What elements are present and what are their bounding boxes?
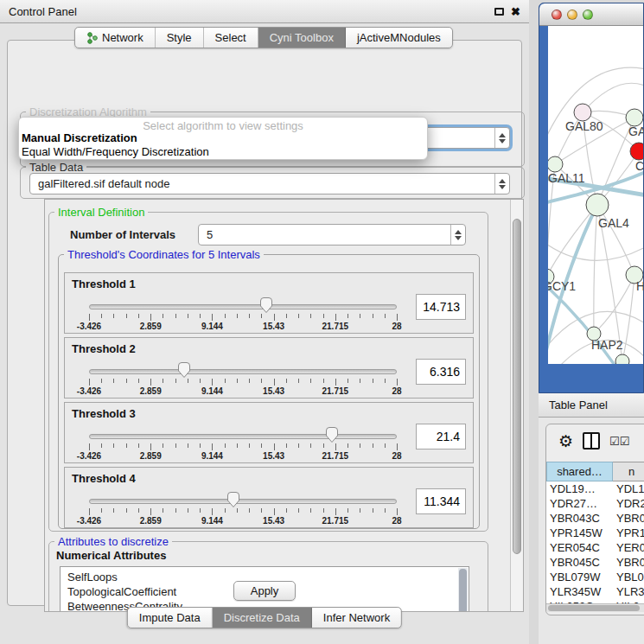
- tick-mark: [138, 379, 139, 383]
- network-icon: [86, 32, 98, 44]
- float-window-icon[interactable]: [494, 8, 504, 16]
- apply-button[interactable]: Apply: [233, 581, 296, 601]
- gear-icon[interactable]: ⚙: [558, 433, 573, 450]
- table-panel-titlebar: Table Panel: [539, 393, 644, 418]
- table-row[interactable]: YPR145WYPR1: [546, 526, 644, 540]
- column-header-shared-name[interactable]: shared…: [546, 462, 613, 481]
- network-node-c[interactable]: [630, 143, 644, 160]
- tick-mark: [89, 443, 90, 450]
- network-node-gal11[interactable]: [548, 156, 563, 172]
- tab-label: Network: [102, 31, 143, 44]
- slider-thumb[interactable]: [226, 491, 240, 508]
- tick-mark: [360, 379, 360, 383]
- main-vertical-scrollbar[interactable]: [510, 200, 523, 611]
- node-label: HAP2: [591, 338, 623, 352]
- name-cell: YBR0: [613, 511, 644, 526]
- table-row[interactable]: YER054CYER0: [546, 540, 644, 555]
- tick-mark: [225, 314, 226, 318]
- interval-definition-group: Interval Definition Number of Intervals …: [48, 212, 488, 532]
- threshold-slider[interactable]: -3.4262.8599.14415.4321.71528: [89, 359, 397, 397]
- tab-infer-network[interactable]: Infer Network: [312, 608, 401, 628]
- network-node[interactable]: [615, 354, 629, 364]
- table-horizontal-scrollbar[interactable]: [546, 603, 644, 612]
- threshold-value-field[interactable]: 21.4: [416, 424, 466, 450]
- num-intervals-label: Number of Intervals: [70, 228, 175, 241]
- tick-label: 2.859: [140, 516, 162, 526]
- tab-network[interactable]: Network: [75, 28, 156, 48]
- threshold-value-field[interactable]: 11.344: [416, 488, 466, 514]
- table-header-row: shared… n: [546, 462, 644, 481]
- threshold-slider[interactable]: -3.4262.8599.14415.4321.71528: [89, 294, 397, 332]
- tab-select[interactable]: Select: [204, 28, 258, 48]
- tick-label: 28: [392, 322, 401, 331]
- network-edge: [583, 83, 644, 112]
- slider-thumb[interactable]: [177, 361, 191, 379]
- name-cell: YPR1: [613, 526, 644, 540]
- node-label: GAL11: [548, 171, 585, 185]
- tick-mark: [101, 508, 102, 513]
- tick-mark: [150, 314, 151, 321]
- tick-mark: [237, 314, 238, 318]
- slider-thumb[interactable]: [325, 426, 339, 443]
- bottom-tab-bar: Impute DataDiscretize DataInfer Network: [127, 607, 402, 628]
- tick-label: 15.43: [263, 322, 284, 331]
- table-row[interactable]: YBL079WYBL0: [546, 570, 644, 584]
- slider-track[interactable]: [89, 369, 397, 374]
- tab-style[interactable]: Style: [156, 28, 204, 48]
- threshold-value-field[interactable]: 6.316: [416, 359, 466, 385]
- combo-stepper-icon[interactable]: [494, 174, 509, 194]
- tick-mark: [274, 508, 275, 515]
- tick-mark: [385, 508, 386, 513]
- zoom-traffic-light-icon[interactable]: [583, 10, 593, 20]
- slider-thumb[interactable]: [259, 296, 273, 314]
- threshold-slider[interactable]: -3.4262.8599.14415.4321.71528: [89, 488, 397, 526]
- slider-track[interactable]: [89, 434, 397, 439]
- threshold-slider[interactable]: -3.4262.8599.14415.4321.71528: [89, 424, 397, 462]
- network-node-gal4[interactable]: [586, 194, 609, 216]
- columns-icon[interactable]: [583, 432, 600, 450]
- network-node-ga[interactable]: [626, 109, 643, 126]
- table-row[interactable]: YDL19…YDL1: [546, 481, 644, 496]
- node-label: GCY1: [548, 279, 576, 293]
- table-row[interactable]: YDR27…YDR2: [546, 496, 644, 511]
- threshold-value-field[interactable]: 14.713: [416, 294, 466, 320]
- slider-track[interactable]: [89, 499, 397, 504]
- network-window-titlebar: [539, 3, 643, 26]
- tick-mark: [200, 314, 201, 318]
- table-row[interactable]: YLR345WYLR3: [546, 584, 644, 599]
- tab-discretize-data[interactable]: Discretize Data: [213, 608, 312, 628]
- table-row[interactable]: YBR043CYBR0: [546, 511, 644, 526]
- tick-mark: [323, 443, 324, 448]
- node-label: GA: [628, 124, 644, 138]
- tab-cyni-toolbox[interactable]: Cyni Toolbox: [258, 28, 346, 48]
- network-view-window[interactable]: GAL80GACGAL11GAL4GCY1HHAP2: [539, 3, 644, 393]
- attr-list-scrollbar[interactable]: [458, 568, 468, 612]
- tick-mark: [89, 314, 90, 321]
- algorithm-option-manual[interactable]: Manual Discretization: [19, 131, 427, 145]
- tick-mark: [163, 443, 163, 448]
- top-tab-bar: NetworkStyleSelectCyni ToolboxjActiveMNo…: [74, 27, 453, 48]
- table-row[interactable]: YBR045CYBR0: [546, 555, 644, 570]
- algorithm-option-equal-width[interactable]: Equal Width/Frequency Discretization: [19, 145, 427, 159]
- close-icon[interactable]: ✖: [511, 6, 520, 17]
- num-intervals-combo[interactable]: 5: [198, 224, 466, 245]
- tick-mark: [323, 508, 324, 513]
- network-canvas[interactable]: GAL80GACGAL11GAL4GCY1HHAP2: [548, 26, 644, 364]
- table-data-combo[interactable]: galFiltered.sif default node: [29, 173, 510, 194]
- combo-stepper-icon[interactable]: [494, 128, 509, 148]
- name-cell: YBR0: [613, 555, 644, 570]
- tab-jactivemnodules[interactable]: jActiveMNodules: [346, 28, 452, 48]
- threshold-label: Threshold 2: [72, 342, 136, 355]
- select-columns-checkboxes-icon[interactable]: ☑☑: [609, 435, 629, 448]
- column-header-name[interactable]: n: [613, 462, 644, 481]
- tick-mark: [385, 443, 386, 448]
- tab-impute-data[interactable]: Impute Data: [128, 608, 213, 628]
- network-node-gal80[interactable]: [574, 104, 591, 121]
- slider-track[interactable]: [89, 304, 397, 309]
- name-cell: YBL0: [613, 570, 644, 584]
- combo-stepper-icon[interactable]: [450, 225, 465, 245]
- tick-mark: [261, 508, 262, 513]
- shared-name-cell: YPR145W: [546, 526, 613, 540]
- minimize-traffic-light-icon[interactable]: [567, 10, 577, 20]
- close-traffic-light-icon[interactable]: [552, 10, 562, 20]
